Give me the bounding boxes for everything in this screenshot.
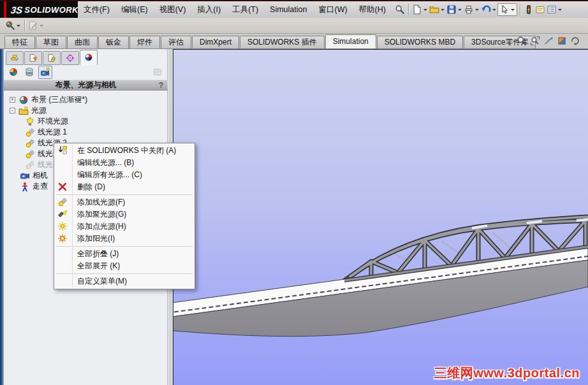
watermark: 三维网www.3dportal.cn bbox=[434, 365, 580, 382]
tab-sw-addins[interactable]: SOLIDWORKS 插件 bbox=[240, 36, 325, 48]
chevron-down-icon[interactable] bbox=[492, 9, 496, 13]
menu-file[interactable]: 文件(F) bbox=[78, 1, 115, 18]
edit-appearance-button[interactable] bbox=[4, 19, 22, 32]
tree-item-directional-light-1[interactable]: 线光源 1 bbox=[4, 127, 168, 138]
select-tool-button[interactable] bbox=[497, 3, 517, 16]
tab-weldments[interactable]: 焊件 bbox=[129, 36, 160, 48]
tree-item-lights[interactable]: - 光源 bbox=[4, 105, 168, 116]
display-states-icon bbox=[151, 66, 165, 79]
solidworks-logo: 3S SOLIDWORKS bbox=[0, 1, 78, 18]
logo-text: SOLIDWORKS bbox=[24, 5, 84, 15]
collapse-icon[interactable]: - bbox=[10, 108, 15, 113]
menu-item-add-directional-light[interactable]: 添加线光源(F) bbox=[54, 196, 195, 208]
new-document-button[interactable] bbox=[411, 4, 429, 15]
configurationmanager-tab[interactable] bbox=[43, 51, 61, 65]
zoom-fit-button[interactable] bbox=[517, 36, 527, 46]
menu-item-customize-menu[interactable]: 自定义菜单(M) bbox=[54, 275, 195, 287]
chevron-down-icon[interactable] bbox=[40, 25, 43, 29]
file-properties-button[interactable] bbox=[534, 4, 546, 15]
ambient-light-icon bbox=[25, 117, 35, 127]
options-button[interactable] bbox=[546, 4, 563, 15]
wand-tool-button[interactable] bbox=[543, 36, 554, 46]
edit-scene-button[interactable] bbox=[27, 19, 45, 32]
menu-help[interactable]: 帮助(H) bbox=[353, 1, 392, 18]
menu-item-delete[interactable]: 删除 (D) bbox=[54, 181, 195, 193]
print-button[interactable] bbox=[463, 4, 480, 15]
walkthrough-person-icon bbox=[20, 182, 30, 192]
expand-icon[interactable]: + bbox=[10, 97, 15, 103]
toggle-light-off-icon bbox=[57, 145, 68, 156]
menu-item-edit-directional-light[interactable]: 编辑线光源... (B) bbox=[54, 157, 195, 169]
tab-simulation[interactable]: Simulation bbox=[325, 34, 376, 48]
open-button[interactable] bbox=[429, 4, 446, 15]
menubar: 文件(F) 编辑(E) 视图(V) 插入(I) 工具(T) Simulation… bbox=[78, 1, 588, 18]
chevron-down-icon[interactable] bbox=[17, 25, 20, 29]
undo-button[interactable] bbox=[480, 4, 497, 15]
delete-x-icon bbox=[57, 182, 68, 192]
tab-sketch[interactable]: 草图 bbox=[36, 36, 66, 48]
menu-simulation[interactable]: Simulation bbox=[264, 1, 312, 18]
directional-light-icon bbox=[25, 160, 35, 170]
propertymanager-tab[interactable] bbox=[24, 51, 42, 65]
view-toolbar bbox=[517, 36, 580, 46]
toolbar-separator bbox=[24, 20, 25, 31]
scene-globe-icon bbox=[18, 95, 29, 105]
light-context-menu: 在 SOLIDWORKS 中关闭 (A) 编辑线光源... (B) 编辑所有光源… bbox=[54, 143, 195, 289]
appearance-quickbar bbox=[0, 18, 588, 34]
toolbar-separator bbox=[408, 4, 409, 15]
save-button[interactable] bbox=[446, 4, 463, 15]
chevron-down-icon[interactable] bbox=[558, 9, 562, 13]
chevron-down-icon[interactable] bbox=[475, 9, 479, 13]
tab-dimxpert[interactable]: DimXpert bbox=[192, 36, 239, 48]
menu-tools[interactable]: 工具(T) bbox=[226, 1, 264, 18]
rotate-view-button[interactable] bbox=[570, 36, 580, 46]
menu-item-expand-all[interactable]: 全部展开 (K) bbox=[54, 260, 195, 272]
menu-item-collapse-all[interactable]: 全部折叠 (J) bbox=[54, 248, 195, 260]
lights-folder-icon bbox=[18, 106, 29, 116]
displaymanager-tab[interactable] bbox=[80, 50, 98, 65]
help-button[interactable]: ? bbox=[159, 81, 163, 90]
menu-insert[interactable]: 插入(I) bbox=[191, 1, 226, 18]
panel-title: 布景、光源与相机 bbox=[55, 80, 117, 91]
menu-item-toggle-off-in-sw[interactable]: 在 SOLIDWORKS 中关闭 (A) bbox=[54, 145, 195, 157]
featuremanager-tab[interactable] bbox=[6, 51, 24, 65]
tree-item-scene[interactable]: + 布景 (三点渐褪*) bbox=[4, 94, 168, 105]
tab-sheetmetal[interactable]: 钣金 bbox=[98, 36, 129, 48]
view-appearances-button[interactable] bbox=[6, 66, 20, 79]
menu-window[interactable]: 窗口(W) bbox=[312, 1, 353, 18]
search-button[interactable] bbox=[394, 4, 406, 15]
logo-mark: 3S bbox=[10, 4, 24, 15]
manager-tabs bbox=[6, 50, 98, 65]
chevron-down-icon[interactable] bbox=[441, 9, 445, 13]
menu-edit[interactable]: 编辑(E) bbox=[115, 1, 154, 18]
chevron-down-icon[interactable] bbox=[423, 9, 427, 13]
spot-light-icon bbox=[57, 209, 68, 219]
directional-light-icon bbox=[25, 127, 35, 138]
tab-surfaces[interactable]: 曲面 bbox=[67, 36, 98, 48]
section-view-button[interactable] bbox=[557, 36, 567, 46]
chevron-down-icon[interactable] bbox=[458, 9, 462, 13]
tab-features[interactable]: 特征 bbox=[4, 36, 35, 48]
dimxpertmanager-tab[interactable] bbox=[61, 51, 79, 65]
menu-item-add-spot-light[interactable]: 添加聚光源(G) bbox=[54, 208, 195, 221]
titlebar: 3S SOLIDWORKS 文件(F) 编辑(E) 视图(V) 插入(I) 工具… bbox=[0, 0, 588, 18]
zoom-area-button[interactable] bbox=[530, 36, 540, 46]
tab-evaluate[interactable]: 评估 bbox=[161, 36, 191, 48]
rebuild-button[interactable] bbox=[523, 4, 534, 15]
menu-item-add-sunlight[interactable]: 添加阳光(I) bbox=[54, 233, 195, 245]
tab-sw-mbd[interactable]: SOLIDWORKS MBD bbox=[377, 36, 463, 48]
displaymanager-modes bbox=[6, 65, 165, 79]
chevron-down-icon[interactable] bbox=[511, 9, 515, 13]
menu-item-edit-all-lights[interactable]: 编辑所有光源... (C) bbox=[54, 169, 195, 181]
titlebar-toolbar bbox=[394, 3, 563, 16]
view-decals-button[interactable] bbox=[22, 66, 36, 79]
toolbar-separator bbox=[520, 4, 520, 15]
graphics-viewport[interactable]: 三维网www.3dportal.cn bbox=[173, 49, 588, 385]
menu-item-add-point-light[interactable]: 添加点光源(H) bbox=[54, 221, 195, 233]
solidworks-window: 3S SOLIDWORKS 文件(F) 编辑(E) 视图(V) 插入(I) 工具… bbox=[0, 0, 588, 385]
view-scene-lights-cameras-button[interactable] bbox=[38, 66, 52, 79]
window-left-edge bbox=[0, 18, 4, 385]
tree-item-ambient-light[interactable]: 环境光源 bbox=[4, 116, 168, 127]
directional-light-icon bbox=[25, 138, 35, 149]
menu-view[interactable]: 视图(V) bbox=[154, 1, 192, 18]
